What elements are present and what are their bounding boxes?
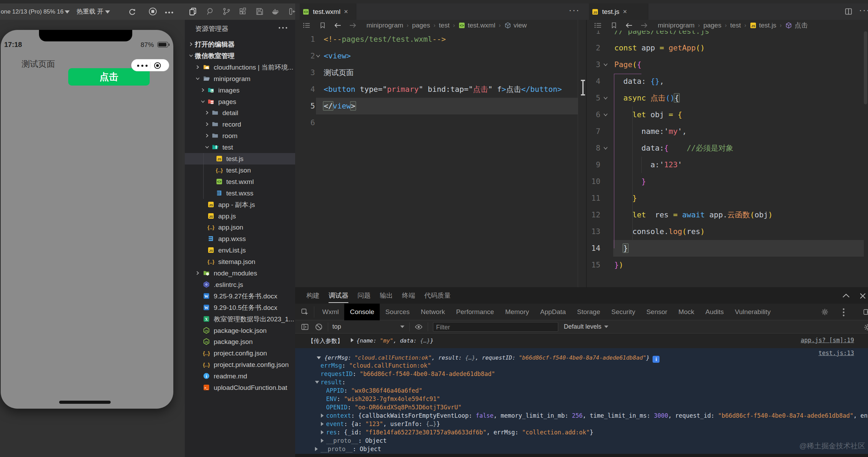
devtools-settings-icon[interactable] bbox=[821, 308, 829, 316]
object-property-row[interactable]: errMsg: "cloud.callFunction:ok" bbox=[295, 361, 868, 370]
tree-item-9.25-9.27-.docx[interactable]: W9.25-9.27任务书.docx bbox=[185, 290, 295, 302]
tree-item-envList.js[interactable]: JSenvList.js bbox=[185, 244, 295, 256]
panel-tab-问题[interactable]: 问题 bbox=[357, 288, 371, 304]
devtools-tab-Wxml[interactable]: Wxml bbox=[317, 304, 344, 320]
devtools-tab-Sensor[interactable]: Sensor bbox=[641, 304, 673, 320]
tab-test-js[interactable]: JS test.js × bbox=[589, 3, 648, 20]
expand-triangle-icon[interactable] bbox=[315, 447, 318, 451]
scrollbar-thumb[interactable] bbox=[864, 31, 867, 104]
source-control-icon[interactable] bbox=[222, 7, 231, 16]
tree-item--[interactable]: 微信教室管理 bbox=[185, 50, 295, 62]
tree-item-images[interactable]: images bbox=[185, 85, 295, 96]
outline-list-icon[interactable] bbox=[594, 22, 602, 29]
tree-item-app---.js[interactable]: JSapp - 副本.js bbox=[185, 199, 295, 210]
split-editor-button[interactable] bbox=[844, 7, 853, 16]
breadcrumb-item[interactable]: test bbox=[730, 22, 741, 29]
object-property-row[interactable]: __proto__: Object bbox=[295, 436, 868, 445]
panel-tab-代码质量[interactable]: 代码质量 bbox=[424, 288, 451, 304]
fold-chevron-icon[interactable] bbox=[603, 106, 609, 123]
outline-list-icon[interactable] bbox=[303, 22, 310, 29]
breadcrumb-item[interactable]: miniprogram bbox=[366, 22, 403, 29]
source-link[interactable]: test.js:13 bbox=[819, 350, 854, 356]
breadcrumb-item[interactable]: JStest.js bbox=[750, 22, 776, 29]
object-property-row[interactable]: ENV: "wish2023-7gfmx4ole594fc91" bbox=[295, 395, 868, 403]
devtools-tab-Network[interactable]: Network bbox=[415, 304, 451, 320]
tree-item-9.29-10.5-.docx[interactable]: W9.29-10.5任务书.docx bbox=[185, 302, 295, 313]
devtools-kebab-icon[interactable] bbox=[842, 308, 845, 317]
devtools-tab-AppData[interactable]: AppData bbox=[535, 304, 571, 320]
close-panel-icon[interactable] bbox=[859, 292, 867, 300]
tree-item-test[interactable]: test bbox=[185, 142, 295, 153]
expand-triangle-icon[interactable] bbox=[321, 422, 324, 426]
toolbar-more-button[interactable] bbox=[164, 8, 174, 16]
dock-side-icon[interactable] bbox=[862, 308, 868, 316]
search-icon[interactable] bbox=[206, 7, 215, 16]
tree-item-miniprogram[interactable]: miniprogram bbox=[185, 73, 295, 85]
hot-reload-toggle[interactable]: 热重载 开 bbox=[77, 3, 103, 20]
fold-chevron-icon[interactable] bbox=[315, 48, 322, 64]
collapse-panel-icon[interactable] bbox=[842, 292, 851, 299]
object-property-row[interactable]: result: bbox=[295, 378, 868, 386]
tree-item-detail[interactable]: detail bbox=[185, 107, 295, 119]
console-sidebar-icon[interactable] bbox=[301, 323, 309, 331]
object-property-row[interactable]: event: {a: "123", userInfo: {…}} bbox=[295, 420, 868, 428]
devtools-tab-Memory[interactable]: Memory bbox=[499, 304, 535, 320]
expand-triangle-icon[interactable] bbox=[321, 439, 324, 443]
panel-tab-构建[interactable]: 构建 bbox=[306, 288, 319, 304]
breadcrumb-item[interactable]: 点击 bbox=[785, 21, 808, 30]
expand-triangle-icon[interactable] bbox=[321, 430, 324, 434]
tree-item-room[interactable]: room bbox=[185, 130, 295, 142]
tree-item-test.wxml[interactable]: <>test.wxml bbox=[185, 176, 295, 187]
back-arrow-icon[interactable] bbox=[625, 22, 633, 29]
tree-item-test.wxss[interactable]: test.wxss bbox=[185, 187, 295, 199]
code-editor-js[interactable]: 1// pages/test/test.js2const app = getAp… bbox=[587, 31, 868, 287]
object-property-row[interactable]: requestID: "b66d86cf-f540-4be0-8a74-aded… bbox=[295, 370, 868, 378]
fold-chevron-icon[interactable] bbox=[603, 140, 609, 157]
devtools-tab-Mock[interactable]: Mock bbox=[673, 304, 700, 320]
devtools-tab-Storage[interactable]: Storage bbox=[571, 304, 606, 320]
breadcrumb-item[interactable]: pages bbox=[703, 22, 721, 29]
tree-item-readme.md[interactable]: ireadme.md bbox=[185, 370, 295, 382]
code-editor-wxml[interactable]: 1<!--pages/test/test.wxml-->2<view>3测试页面… bbox=[295, 31, 578, 287]
forward-arrow-icon[interactable] bbox=[640, 22, 648, 29]
collapse-triangle-icon[interactable] bbox=[315, 381, 319, 384]
object-property-row[interactable]: __proto__: Object bbox=[295, 445, 868, 453]
tree-item-uploadCloudFunction.bat[interactable]: >_uploadCloudFunction.bat bbox=[185, 382, 295, 393]
tree-item--[interactable]: 打开的编辑器 bbox=[185, 39, 295, 50]
tree-item--2023_1...[interactable]: X教室管理数据导出2023_1... bbox=[185, 313, 295, 325]
tree-item-record[interactable]: record bbox=[185, 119, 295, 130]
capsule-more-button[interactable] bbox=[136, 64, 148, 66]
expand-triangle-icon[interactable] bbox=[351, 338, 354, 342]
console-settings-icon[interactable] bbox=[863, 323, 868, 331]
explorer-more-button[interactable] bbox=[278, 26, 288, 30]
devtools-tab-Security[interactable]: Security bbox=[606, 304, 641, 320]
record-stop-button[interactable] bbox=[149, 7, 157, 16]
device-selector[interactable]: one 12/13 (Pro) 85% 16 bbox=[1, 3, 64, 20]
collapse-triangle-icon[interactable] bbox=[317, 356, 321, 359]
tree-item-.eslintrc.js[interactable]: .eslintrc.js bbox=[185, 279, 295, 290]
tree-item-node_modules[interactable]: node_modules bbox=[185, 267, 295, 279]
object-property-row[interactable]: res: {_id: "f18e14fa652273e301757a9a6633… bbox=[295, 428, 868, 436]
tree-item-package.json[interactable]: JSpackage.json bbox=[185, 336, 295, 347]
panel-tab-输出[interactable]: 输出 bbox=[380, 288, 393, 304]
explorer-icon[interactable] bbox=[189, 7, 197, 16]
log-preview[interactable]: {errMsg: "cloud.callFunction:ok", result… bbox=[324, 354, 660, 362]
filter-input[interactable]: Filter bbox=[433, 322, 558, 332]
breadcrumb-item[interactable]: miniprogram bbox=[658, 22, 695, 29]
breadcrumb-item[interactable]: <>test.wxml bbox=[458, 22, 495, 29]
tab-close-icon[interactable]: × bbox=[344, 8, 348, 16]
breadcrumb-item[interactable]: test bbox=[439, 22, 450, 29]
capsule-close-button[interactable] bbox=[154, 62, 161, 69]
editor-group-more-button[interactable]: ··· bbox=[859, 5, 868, 16]
fold-chevron-icon[interactable] bbox=[603, 56, 609, 73]
source-link[interactable]: app.js? [sm]:19 bbox=[800, 337, 854, 344]
docker-icon[interactable] bbox=[271, 7, 280, 16]
panel-tab-调试器[interactable]: 调试器 bbox=[329, 288, 348, 304]
log-levels-selector[interactable]: Default levels bbox=[564, 323, 601, 330]
object-property-row[interactable]: context: {callbackWaitsForEmptyEventLoop… bbox=[295, 411, 868, 420]
tab-close-icon[interactable]: × bbox=[623, 8, 627, 16]
panel-tab-终端[interactable]: 终端 bbox=[402, 288, 415, 304]
save-icon[interactable] bbox=[255, 7, 264, 16]
fold-chevron-icon[interactable] bbox=[603, 90, 609, 106]
editor-group-more-button[interactable]: ··· bbox=[569, 5, 580, 16]
